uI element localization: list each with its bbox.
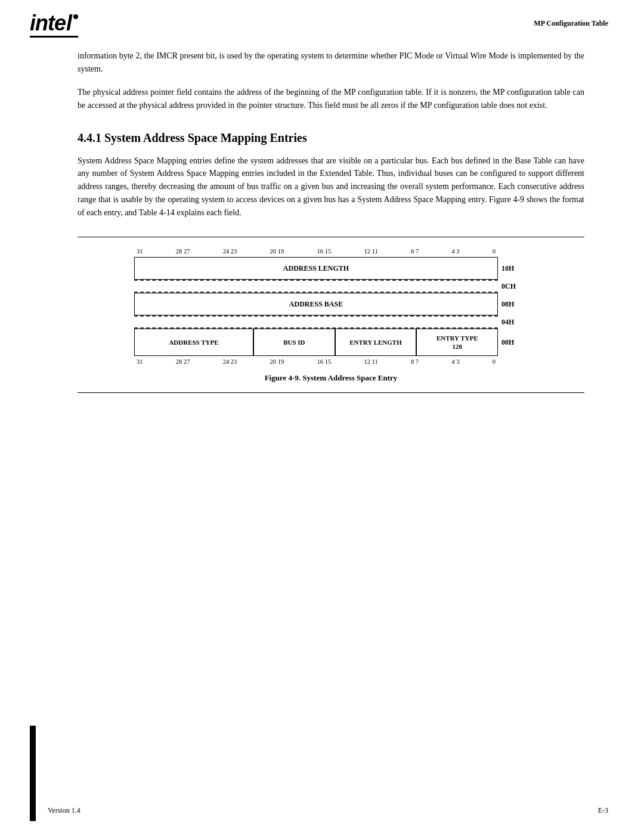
logo-el: e (54, 11, 66, 35)
address-base-row: ADDRESS BASE (134, 293, 498, 315)
section-body: System Address Space Mapping entries def… (78, 154, 584, 219)
section-title: System Address Space Mapping Entries (104, 131, 307, 144)
logo-dot (73, 14, 78, 19)
address-base-cell: ADDRESS BASE (134, 293, 498, 315)
offset-04h: 04H (498, 315, 528, 329)
footer-version: Version 1.4 (48, 806, 80, 815)
page-footer: Version 1.4 E-3 (0, 806, 644, 815)
entry-length-cell: ENTRY LENGTH (335, 329, 417, 356)
footer-page: E-3 (598, 806, 608, 815)
diagram-wrapper: ADDRESS LENGTH ADDRESS BASE (134, 257, 528, 356)
paragraph-1: information byte 2, the IMCR present bit… (78, 49, 584, 75)
bit-numbers-bottom: 31 28 27 24 23 20 19 16 15 12 11 8 7 4 3… (134, 358, 528, 365)
dashed-row-1 (134, 280, 498, 293)
section-number: 4.4.1 (78, 131, 101, 144)
figure-container: 31 28 27 24 23 20 19 16 15 12 11 8 7 4 3… (78, 237, 584, 393)
offset-08h: 08H (498, 293, 528, 315)
intel-logo: intel (30, 11, 78, 38)
bus-id-cell: BUS ID (253, 329, 335, 356)
paragraph-2: The physical address pointer field conta… (78, 86, 584, 112)
entry-type-cell: ENTRY TYPE128 (416, 329, 498, 356)
bit-numbers-top: 31 28 27 24 23 20 19 16 15 12 11 8 7 4 3… (134, 248, 528, 255)
bottom-cells-row: ADDRESS TYPE BUS ID ENTRY LENGTH ENTRY T… (134, 329, 498, 356)
logo-l: l (66, 11, 72, 35)
main-content: information byte 2, the IMCR present bit… (0, 38, 644, 393)
header-section-label: MP Configuration Table (534, 11, 608, 28)
offset-0ch: 0CH (498, 280, 528, 293)
diagram-offsets: 10H 0CH 08H 04H 00H (498, 257, 528, 356)
logo-text: int (30, 11, 54, 35)
section-heading: 4.4.1 System Address Space Mapping Entri… (78, 131, 584, 145)
offset-00h: 00H (498, 329, 528, 356)
figure-caption: Figure 4-9. System Address Space Entry (78, 373, 584, 383)
address-type-cell: ADDRESS TYPE (134, 329, 253, 356)
offset-10h: 10H (498, 257, 528, 280)
diagram-main: ADDRESS LENGTH ADDRESS BASE (134, 257, 498, 356)
dashed-row-2 (134, 315, 498, 329)
page-header: intel MP Configuration Table (0, 0, 644, 38)
address-length-row: ADDRESS LENGTH (134, 257, 498, 280)
address-length-cell: ADDRESS LENGTH (134, 257, 498, 280)
